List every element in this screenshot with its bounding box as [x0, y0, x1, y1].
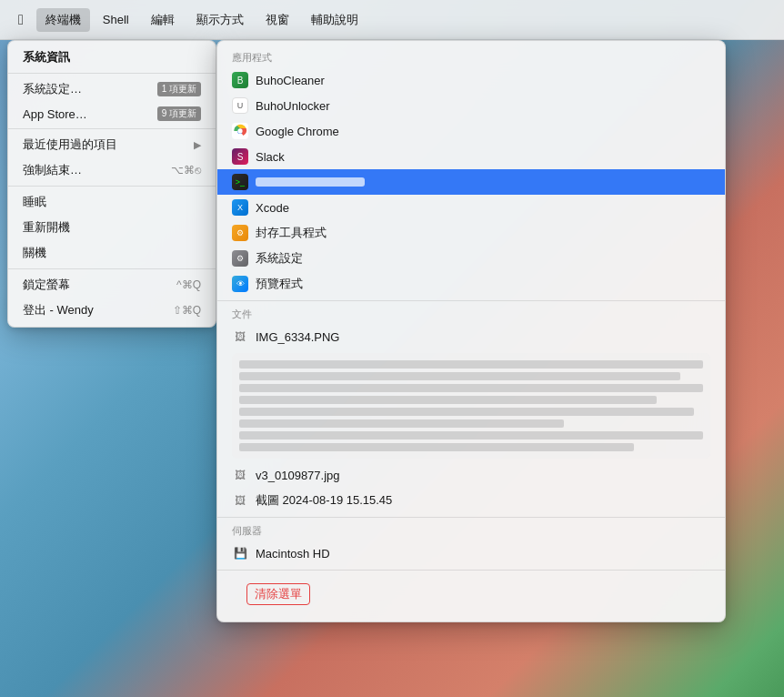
menu-recent[interactable]: 最近使用過的項目 ▶ [8, 132, 216, 157]
recent-buhounlocker[interactable]: U BuhoUnlocker [217, 93, 725, 118]
submenu-divider-3 [217, 570, 725, 571]
doc-icon-2: 🖼 [232, 467, 248, 483]
docs-section-label: 文件 [217, 305, 725, 324]
doc-icon-3: 🖼 [232, 492, 248, 509]
archive-icon: ⚙ [232, 225, 248, 241]
preview-line [239, 396, 657, 404]
desktop:  終端機 Shell 編輯 顯示方式 視窗 輔助說明 系統資訊 系統設定… 1… [0, 0, 784, 697]
menu-shutdown[interactable]: 關機 [8, 240, 216, 266]
menu-system-info[interactable]: 系統資訊 [8, 45, 216, 70]
apple-dropdown: 系統資訊 系統設定… 1 項更新 App Store… 9 項更新 最近使用過的… [7, 40, 216, 328]
recent-macintosh-hd[interactable]: 💾 Macintosh HD [217, 540, 725, 566]
recent-submenu: 應用程式 B BuhoCleaner U BuhoUnlocker [216, 40, 726, 622]
buhounlocker-icon: U [232, 97, 248, 114]
recent-slack[interactable]: S Slack [217, 144, 725, 169]
preview-line [239, 431, 703, 439]
terminal-icon: >_ [232, 174, 248, 190]
recent-v3img[interactable]: 🖼 v3_0109877.jpg [217, 462, 725, 488]
submenu-divider-1 [217, 300, 725, 301]
preview-line [239, 372, 680, 380]
menu-sleep[interactable]: 睡眠 [8, 189, 216, 215]
xcode-icon: X [232, 199, 248, 216]
divider-1 [8, 73, 216, 74]
preview-line [239, 443, 634, 451]
recent-screenshot[interactable]: 🖼 截圖 2024-08-19 15.15.45 [217, 488, 725, 513]
preview-line [239, 384, 703, 392]
recent-preview[interactable]: 👁 預覽程式 [217, 271, 725, 297]
hd-icon: 💾 [232, 545, 248, 561]
menubar-shell[interactable]: Shell [94, 9, 138, 30]
divider-4 [8, 268, 216, 269]
menu-logout[interactable]: 登出 - Wendy ⇧⌘Q [8, 298, 216, 323]
preview-content [232, 353, 710, 459]
servers-section-label: 伺服器 [217, 521, 725, 540]
menubar:  終端機 Shell 編輯 顯示方式 視窗 輔助說明 [0, 0, 784, 40]
preview-icon: 👁 [232, 276, 248, 292]
recent-buhocleaner[interactable]: B BuhoCleaner [217, 67, 725, 93]
recent-xcode[interactable]: X Xcode [217, 195, 725, 220]
menu-system-prefs[interactable]: 系統設定… 1 項更新 [8, 76, 216, 102]
menubar-window[interactable]: 視窗 [256, 8, 298, 32]
preview-lines [239, 360, 703, 451]
menu-restart[interactable]: 重新開機 [8, 215, 216, 240]
slack-icon: S [232, 148, 248, 165]
menu-force-quit[interactable]: 強制結束… ⌥⌘⎋ [8, 157, 216, 183]
recent-system-settings[interactable]: ⚙ 系統設定 [217, 246, 725, 271]
apps-section-label: 應用程式 [217, 48, 725, 67]
preview-line [239, 419, 564, 428]
chrome-icon [232, 123, 248, 139]
divider-3 [8, 186, 216, 187]
apple-menu-button[interactable]:  [9, 8, 33, 32]
buhocleaner-icon: B [232, 72, 248, 88]
menu-lock-screen[interactable]: 鎖定螢幕 ^⌘Q [8, 272, 216, 298]
recent-terminal[interactable]: >_ [217, 169, 725, 195]
submenu-divider-2 [217, 517, 725, 518]
menubar-view[interactable]: 顯示方式 [187, 8, 253, 32]
clear-menu-button[interactable]: 清除選單 [246, 583, 310, 605]
clear-menu-container: 清除選單 [217, 574, 725, 614]
preview-line [239, 408, 694, 416]
menubar-help[interactable]: 輔助說明 [302, 8, 367, 32]
menubar-terminal[interactable]: 終端機 [36, 8, 90, 32]
divider-2 [8, 128, 216, 129]
recent-archive[interactable]: ⚙ 封存工具程式 [217, 220, 725, 246]
system-settings-icon: ⚙ [232, 250, 248, 267]
svg-point-1 [237, 128, 242, 133]
doc-icon-1: 🖼 [232, 328, 248, 345]
recent-img6334[interactable]: 🖼 IMG_6334.PNG [217, 324, 725, 349]
recent-chrome[interactable]: Google Chrome [217, 118, 725, 144]
preview-line [239, 360, 703, 369]
menubar-edit[interactable]: 編輯 [142, 8, 184, 32]
menu-app-store[interactable]: App Store… 9 項更新 [8, 102, 216, 126]
